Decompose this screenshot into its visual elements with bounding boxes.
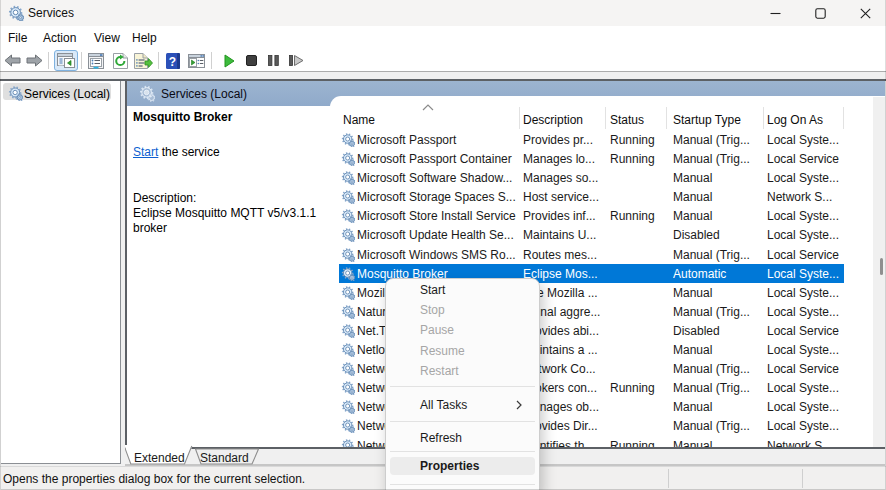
service-gear-icon [341, 209, 355, 223]
menu-item-pause[interactable]: Pause [386, 320, 539, 340]
column-separator[interactable] [843, 107, 844, 129]
cell-log-on-as: Local Syste... [767, 381, 842, 396]
menu-item-properties[interactable]: Properties [386, 456, 539, 476]
service-row-6[interactable]: Microsoft Update Health Se...Maintains U… [339, 226, 844, 245]
cell-status [610, 324, 668, 339]
restart-service-icon[interactable] [289, 55, 304, 66]
menu-separator [386, 448, 539, 456]
service-gear-icon [341, 343, 355, 357]
cell-name: Microsoft Passport [357, 133, 523, 148]
cell-status: Running [610, 152, 668, 167]
cell-startup-type: Disabled [673, 228, 761, 243]
services-gear-icon [8, 86, 23, 101]
service-row-1[interactable]: Microsoft PassportProvides pr...RunningM… [339, 131, 844, 150]
menu-view[interactable]: View [94, 30, 120, 46]
close-icon [860, 8, 871, 19]
maximize-button[interactable] [798, 0, 843, 26]
show-hide-action-pane-icon[interactable] [188, 54, 205, 68]
selected-service-name: Mosquitto Broker [133, 110, 232, 124]
service-gear-icon [341, 190, 355, 204]
cell-name: Microsoft Store Install Service [357, 209, 523, 224]
tab-extended[interactable]: Extended [134, 452, 185, 465]
scrollbar-thumb[interactable] [880, 258, 883, 275]
back-icon[interactable] [4, 54, 21, 67]
menu-item-resume[interactable]: Resume [386, 341, 539, 361]
service-gear-icon [341, 305, 355, 319]
cell-startup-type: Manual (Trig... [673, 362, 761, 377]
cell-startup-type: Manual (Trig... [673, 419, 761, 434]
service-row-7[interactable]: Microsoft Windows SMS Ro...Routes mes...… [339, 245, 844, 264]
svg-text:?: ? [169, 55, 176, 69]
start-service-link[interactable]: Start [133, 145, 158, 159]
service-action-line: Start the service [133, 145, 220, 159]
cell-status [610, 343, 668, 358]
cell-description: Provides inf... [523, 209, 605, 224]
menu-help[interactable]: Help [132, 30, 157, 46]
close-button[interactable] [843, 0, 886, 26]
cell-log-on-as: Local Service [767, 362, 842, 377]
column-separator[interactable] [666, 107, 667, 129]
cell-startup-type: Manual [673, 343, 761, 358]
service-gear-icon [341, 400, 355, 414]
properties-icon[interactable] [88, 53, 104, 69]
cell-status [610, 400, 668, 415]
cell-log-on-as: Local Syste... [767, 343, 842, 358]
refresh-icon[interactable] [113, 53, 128, 69]
title-bar: Services [0, 0, 886, 26]
service-row-3[interactable]: Microsoft Software Shadow...Manages so..… [339, 169, 844, 188]
cell-log-on-as: Local Syste... [767, 419, 842, 434]
show-hide-console-tree-button[interactable] [54, 50, 78, 71]
menu-item-restart[interactable]: Restart [386, 361, 539, 381]
service-row-2[interactable]: Microsoft Passport ContainerManages lo..… [339, 150, 844, 169]
menu-item-all-tasks[interactable]: All Tasks [386, 395, 539, 415]
service-gear-icon [341, 248, 355, 262]
menu-action[interactable]: Action [43, 30, 76, 46]
menu-separator [386, 415, 539, 428]
service-row-5[interactable]: Microsoft Store Install ServiceProvides … [339, 207, 844, 226]
help-icon[interactable]: ? [166, 53, 180, 69]
pane-header-title: Services (Local) [161, 87, 247, 101]
column-header-status[interactable]: Status [610, 113, 644, 127]
cell-description: Manages so... [523, 171, 605, 186]
submenu-chevron-icon [516, 400, 522, 410]
cell-startup-type: Manual [673, 209, 761, 224]
column-header-startup-type[interactable]: Startup Type [673, 113, 741, 127]
cell-status [610, 267, 668, 282]
cell-name: Microsoft Software Shadow... [357, 171, 523, 186]
cell-log-on-as: Local Service [767, 152, 842, 167]
cell-startup-type: Manual [673, 190, 761, 205]
column-header-log-on-as[interactable]: Log On As [767, 113, 823, 127]
menu-item-stop[interactable]: Stop [386, 300, 539, 320]
service-gear-icon [341, 228, 355, 242]
cell-name: Microsoft Windows SMS Ro... [357, 248, 523, 263]
minimize-button[interactable] [753, 0, 798, 26]
vertical-scrollbar[interactable] [873, 97, 885, 447]
menu-file[interactable]: File [8, 30, 27, 46]
column-separator[interactable] [519, 107, 520, 129]
service-gear-icon [341, 324, 355, 338]
tab-standard[interactable]: Standard [200, 452, 249, 465]
console-tree-panel: Services (Local) [1, 81, 121, 464]
column-separator[interactable] [605, 107, 606, 129]
service-gear-icon [341, 267, 355, 281]
cell-log-on-as: Local Service [767, 324, 842, 339]
service-row-4[interactable]: Microsoft Storage Spaces S...Host servic… [339, 188, 844, 207]
column-header-name[interactable]: Name [343, 113, 375, 127]
stop-service-icon[interactable] [246, 55, 257, 66]
column-header-description[interactable]: Description [523, 113, 583, 127]
cell-log-on-as: Local Syste... [767, 267, 842, 282]
menu-item-refresh[interactable]: Refresh [386, 428, 539, 448]
cell-log-on-as: Local Service [767, 248, 842, 263]
tree-item-services-local[interactable]: Services (Local) [3, 83, 111, 100]
column-separator[interactable] [763, 107, 764, 129]
cell-startup-type: Manual (Trig... [673, 133, 761, 148]
service-gear-icon [341, 419, 355, 433]
cell-status [610, 248, 668, 263]
toolbar-separator [81, 52, 82, 69]
pause-service-icon[interactable] [268, 55, 279, 66]
menu-item-start[interactable]: Start [386, 280, 539, 300]
start-service-icon[interactable] [224, 54, 235, 68]
export-list-icon[interactable] [134, 53, 153, 69]
cell-description: Host service... [523, 190, 605, 205]
forward-icon[interactable] [26, 54, 43, 67]
